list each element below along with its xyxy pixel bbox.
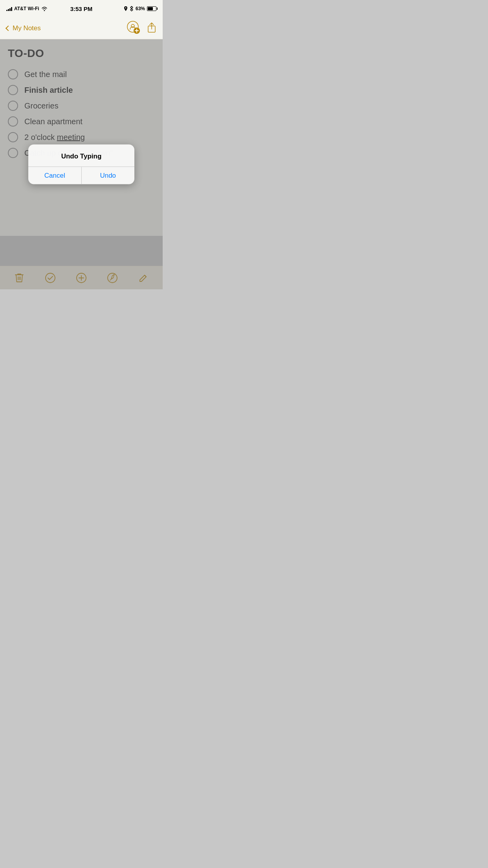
- status-bar: AT&T Wi-Fi 3:53 PM 63%: [0, 0, 163, 17]
- signal-bars: [6, 6, 12, 11]
- carrier-label: AT&T Wi-Fi: [14, 6, 39, 11]
- status-right: 63%: [124, 6, 156, 11]
- location-icon: [124, 6, 128, 11]
- battery-label: 63%: [136, 6, 145, 11]
- scrollable-area: TO-DO Get the mail Finish article Grocer…: [0, 39, 163, 289]
- back-label: My Notes: [13, 24, 41, 32]
- undo-button[interactable]: Undo: [82, 167, 135, 184]
- back-chevron-icon: [6, 25, 11, 31]
- bluetooth-icon: [130, 6, 134, 11]
- undo-typing-dialog: Undo Typing Cancel Undo: [28, 145, 134, 184]
- status-time: 3:53 PM: [70, 6, 93, 12]
- share-icon: [147, 22, 156, 33]
- add-person-icon: [127, 20, 141, 35]
- cancel-button[interactable]: Cancel: [28, 167, 81, 184]
- nav-icons: [127, 20, 156, 36]
- dialog-buttons: Cancel Undo: [28, 167, 134, 184]
- dialog-title: Undo Typing: [28, 145, 134, 167]
- battery-icon: [147, 6, 156, 11]
- nav-bar: My Notes: [0, 17, 163, 39]
- share-button[interactable]: [147, 22, 156, 35]
- back-button[interactable]: My Notes: [6, 24, 41, 32]
- add-collaborator-button[interactable]: [127, 20, 141, 36]
- status-left: AT&T Wi-Fi: [6, 6, 48, 11]
- wifi-icon: [41, 6, 48, 11]
